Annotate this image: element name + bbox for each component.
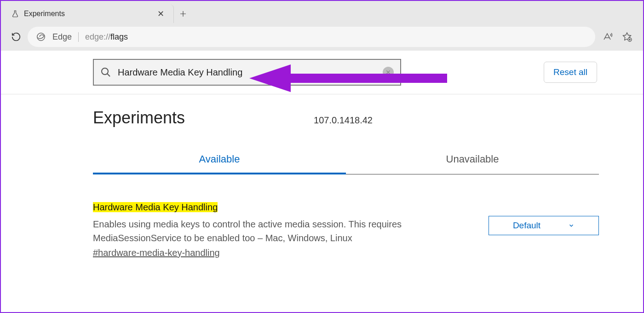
- reset-all-button[interactable]: Reset all: [544, 62, 597, 83]
- reload-button[interactable]: [9, 30, 23, 44]
- flag-item: Hardware Media Key Handling Enables usin…: [93, 202, 599, 258]
- toolbar-actions: [599, 29, 635, 45]
- omnibox-source-label: Edge: [52, 32, 79, 42]
- search-input[interactable]: [118, 67, 376, 78]
- browser-tab[interactable]: Experiments ✕: [4, 5, 174, 23]
- tab-available[interactable]: Available: [93, 146, 346, 174]
- page-title: Experiments: [93, 108, 185, 128]
- flag-state-select[interactable]: Default: [489, 216, 599, 235]
- omnibox-url: edge://flags: [85, 32, 128, 42]
- main-content: Experiments 107.0.1418.42 Available Unav…: [93, 94, 599, 258]
- address-bar[interactable]: Edge edge://flags: [28, 27, 595, 47]
- search-row: ✕ Reset all: [1, 51, 643, 94]
- read-aloud-icon[interactable]: [599, 29, 615, 45]
- edge-logo-icon: [36, 32, 46, 42]
- browser-toolbar: Edge edge://flags: [1, 23, 643, 51]
- tab-strip: Experiments ✕: [1, 1, 643, 23]
- browser-chrome: Experiments ✕ Edge edge://flags: [1, 1, 643, 51]
- tab-title: Experiments: [24, 10, 150, 18]
- flag-select-value: Default: [513, 220, 540, 231]
- flag-title: Hardware Media Key Handling: [93, 202, 218, 212]
- flask-icon: [11, 10, 19, 18]
- version-label: 107.0.1418.42: [314, 115, 373, 126]
- new-tab-button[interactable]: [174, 5, 192, 23]
- svg-point-2: [102, 68, 108, 75]
- flag-anchor-link[interactable]: #hardware-media-key-handling: [93, 248, 220, 258]
- close-tab-icon[interactable]: ✕: [155, 8, 167, 20]
- favorites-icon[interactable]: [619, 29, 635, 45]
- flag-description: Enables using media keys to control the …: [93, 217, 415, 245]
- search-icon: [100, 67, 111, 78]
- page-content: ✕ Reset all Experiments 107.0.1418.42 Av…: [1, 51, 643, 258]
- tabs: Available Unavailable: [93, 146, 599, 174]
- chevron-down-icon: [568, 222, 575, 229]
- search-box[interactable]: ✕: [93, 59, 401, 86]
- tab-unavailable[interactable]: Unavailable: [346, 146, 599, 174]
- clear-search-icon[interactable]: ✕: [383, 67, 394, 78]
